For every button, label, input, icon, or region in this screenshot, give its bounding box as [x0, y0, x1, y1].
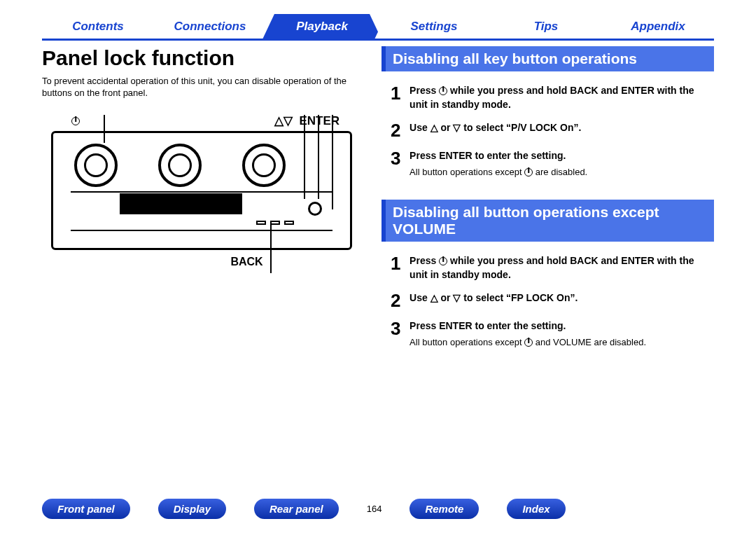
power-icon	[439, 257, 447, 265]
nav-remote[interactable]: Remote	[410, 499, 479, 519]
content-area: Panel lock function To prevent accidenta…	[42, 46, 714, 370]
step-number: 3	[382, 319, 410, 338]
tab-settings[interactable]: Settings	[374, 14, 493, 39]
tab-playback[interactable]: Playback	[262, 14, 382, 39]
tab-tips[interactable]: Tips	[486, 14, 606, 39]
page-number: 164	[367, 504, 382, 514]
step-number: 1	[382, 254, 410, 272]
step-number: 2	[382, 291, 410, 310]
nav-rear-panel[interactable]: Rear panel	[254, 499, 339, 519]
step-number: 2	[382, 121, 410, 139]
step-number: 1	[382, 84, 410, 102]
back-label: BACK	[42, 256, 360, 268]
left-column: Panel lock function To prevent accidenta…	[42, 46, 360, 370]
nav-front-panel[interactable]: Front panel	[42, 499, 130, 519]
step: 2 Use △ or ▽ to select “FP LOCK On”.	[382, 291, 714, 310]
diagram-top-labels: △▽ ENTER	[42, 113, 360, 128]
tab-appendix[interactable]: Appendix	[598, 14, 718, 39]
top-nav: Contents Connections Playback Settings T…	[42, 14, 714, 39]
step: 1 Press while you press and hold BACK an…	[382, 84, 714, 111]
power-icon	[439, 87, 447, 95]
page-title: Panel lock function	[42, 46, 360, 70]
power-icon	[524, 338, 533, 347]
tab-connections[interactable]: Connections	[150, 14, 270, 39]
tab-contents[interactable]: Contents	[38, 14, 158, 39]
step: 3 Press ENTER to enter the setting. All …	[382, 149, 714, 179]
step: 1 Press while you press and hold BACK an…	[382, 254, 714, 282]
step: 2 Use △ or ▽ to select “P/V LOCK On”.	[382, 121, 714, 139]
power-icon-label	[71, 113, 80, 128]
bottom-nav: Front panel Display Rear panel 164 Remot…	[42, 499, 566, 519]
nav-index[interactable]: Index	[507, 499, 565, 519]
right-column: Disabling all key button operations 1 Pr…	[382, 46, 714, 370]
section2-steps: 1 Press while you press and hold BACK an…	[382, 254, 714, 349]
power-icon	[524, 168, 533, 176]
intro-text: To prevent accidental operation of this …	[42, 76, 360, 99]
nav-display[interactable]: Display	[158, 499, 226, 519]
section1-steps: 1 Press while you press and hold BACK an…	[382, 84, 714, 179]
section1-title: Disabling all key button operations	[382, 46, 714, 71]
step-number: 3	[382, 149, 410, 167]
step: 3 Press ENTER to enter the setting. All …	[382, 319, 714, 349]
device-diagram	[51, 131, 352, 250]
section2-title: Disabling all button operations except V…	[382, 200, 714, 242]
arrows-enter-label: △▽ ENTER	[274, 113, 340, 128]
